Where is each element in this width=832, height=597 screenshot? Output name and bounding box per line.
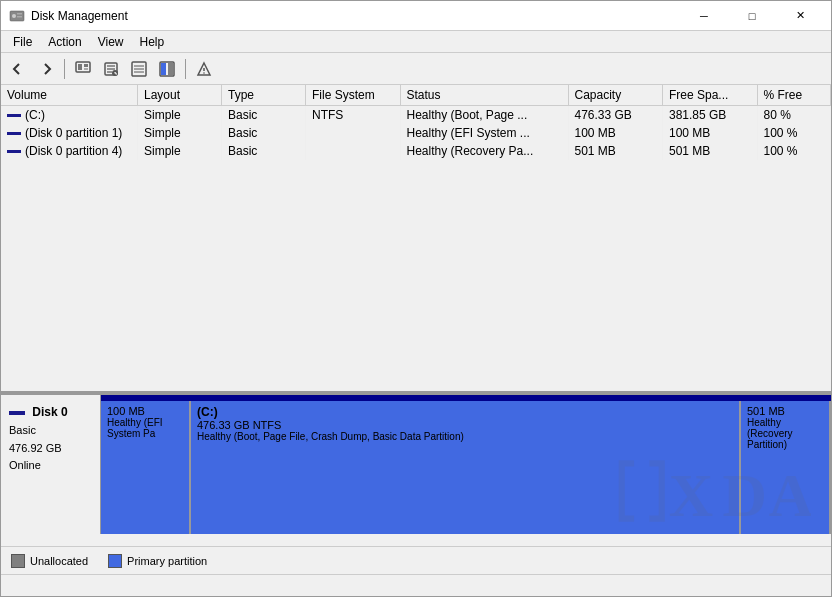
col-status[interactable]: Status [400,85,568,106]
window-title: Disk Management [31,9,128,23]
graphic-view-icon [159,61,175,77]
partition-c-label: (C:) [197,405,733,419]
partition-c-status: Healthy (Boot, Page File, Crash Dump, Ba… [197,431,733,442]
volume-table-panel: Volume Layout Type File System Status Ca… [1,85,831,394]
cell-volume-0: (C:) [1,106,138,125]
svg-rect-2 [17,13,22,15]
forward-button[interactable] [33,56,59,82]
svg-point-1 [12,14,16,18]
cell-filesystem-0: NTFS [306,106,401,125]
volume-table: Volume Layout Type File System Status Ca… [1,85,831,160]
cell-freespace-1: 100 MB [663,124,758,142]
table-body: (C:) Simple Basic NTFS Healthy (Boot, Pa… [1,106,831,161]
partition-efi-status: Healthy (EFI System Pa [107,417,183,439]
col-layout[interactable]: Layout [138,85,222,106]
col-capacity[interactable]: Capacity [568,85,663,106]
cell-layout-1: Simple [138,124,222,142]
toolbar: ✎ [1,53,831,85]
col-filesystem[interactable]: File System [306,85,401,106]
disk-0-type: Basic [9,422,92,440]
svg-rect-19 [161,63,166,75]
toolbar-separator-2 [185,59,186,79]
svg-rect-20 [168,63,173,75]
cell-type-2: Basic [222,142,306,160]
svg-rect-6 [84,64,88,67]
back-button[interactable] [5,56,31,82]
cell-volume-1: (Disk 0 partition 1) [1,124,138,142]
cell-capacity-2: 501 MB [568,142,663,160]
disk-view-button[interactable] [70,56,96,82]
disk-label-icon [9,409,25,417]
legend-bar: Unallocated Primary partition [1,546,831,574]
partition-efi[interactable]: 100 MB Healthy (EFI System Pa [101,401,191,534]
graphic-view-button[interactable] [154,56,180,82]
cell-freespace-2: 501 MB [663,142,758,160]
legend-primary: Primary partition [108,554,207,568]
cell-layout-2: Simple [138,142,222,160]
maximize-button[interactable]: □ [729,1,775,31]
cell-filesystem-1 [306,124,401,142]
svg-rect-7 [84,68,88,70]
table-row[interactable]: (Disk 0 partition 4) Simple Basic Health… [1,142,831,160]
cell-type-1: Basic [222,124,306,142]
col-volume[interactable]: Volume [1,85,138,106]
properties-button[interactable]: ✎ [98,56,124,82]
menu-bar: File Action View Help [1,31,831,53]
svg-rect-3 [17,16,22,18]
svg-rect-5 [78,64,82,70]
col-freespace[interactable]: Free Spa... [663,85,758,106]
minimize-button[interactable]: ─ [681,1,727,31]
menu-action[interactable]: Action [40,33,89,51]
legend-unallocated: Unallocated [11,554,88,568]
table-row[interactable]: (Disk 0 partition 1) Simple Basic Health… [1,124,831,142]
forward-icon [39,62,53,76]
legend-unallocated-box [11,554,25,568]
disk-management-window: Disk Management ─ □ ✕ File Action View H… [0,0,832,597]
partition-efi-size: 100 MB [107,405,183,417]
cell-percentfree-2: 100 % [757,142,831,160]
properties-icon: ✎ [103,61,119,77]
partition-recovery-size: 501 MB [747,405,823,417]
partition-c[interactable]: (C:) 476.33 GB NTFS Healthy (Boot, Page … [191,401,741,534]
menu-file[interactable]: File [5,33,40,51]
table-row[interactable]: (C:) Simple Basic NTFS Healthy (Boot, Pa… [1,106,831,125]
disk-0-size: 476.92 GB [9,440,92,458]
table-header-row: Volume Layout Type File System Status Ca… [1,85,831,106]
cell-filesystem-2 [306,142,401,160]
legend-primary-box [108,554,122,568]
volume-list-icon [131,61,147,77]
partition-recovery-status: Healthy (Recovery Partition) [747,417,823,450]
cell-status-0: Healthy (Boot, Page ... [400,106,568,125]
cell-type-0: Basic [222,106,306,125]
partition-recovery[interactable]: 501 MB Healthy (Recovery Partition) [741,401,831,534]
back-icon [11,62,25,76]
disk-0-status: Online [9,457,92,475]
legend-primary-label: Primary partition [127,555,207,567]
toolbar-separator-1 [64,59,65,79]
cell-percentfree-0: 80 % [757,106,831,125]
menu-help[interactable]: Help [132,33,173,51]
disk-map-panel: Disk 0 Basic 476.92 GB Online 100 MB Hea… [1,394,831,574]
status-bar [1,574,831,596]
title-controls: ─ □ ✕ [681,1,823,31]
menu-view[interactable]: View [90,33,132,51]
cell-status-2: Healthy (Recovery Pa... [400,142,568,160]
close-button[interactable]: ✕ [777,1,823,31]
extra-button[interactable] [191,56,217,82]
disk-icon [9,8,25,24]
cell-status-1: Healthy (EFI System ... [400,124,568,142]
col-percentfree[interactable]: % Free [757,85,831,106]
extra-icon [196,61,212,77]
disk-0-partitions: 100 MB Healthy (EFI System Pa (C:) 476.3… [101,395,831,534]
svg-point-22 [203,72,205,74]
volume-list-button[interactable] [126,56,152,82]
col-type[interactable]: Type [222,85,306,106]
cell-percentfree-1: 100 % [757,124,831,142]
disk-view-icon [75,61,91,77]
title-bar: Disk Management ─ □ ✕ [1,1,831,31]
cell-capacity-0: 476.33 GB [568,106,663,125]
cell-layout-0: Simple [138,106,222,125]
disk-0-row: Disk 0 Basic 476.92 GB Online 100 MB Hea… [1,394,831,534]
cell-volume-2: (Disk 0 partition 4) [1,142,138,160]
legend-unallocated-label: Unallocated [30,555,88,567]
